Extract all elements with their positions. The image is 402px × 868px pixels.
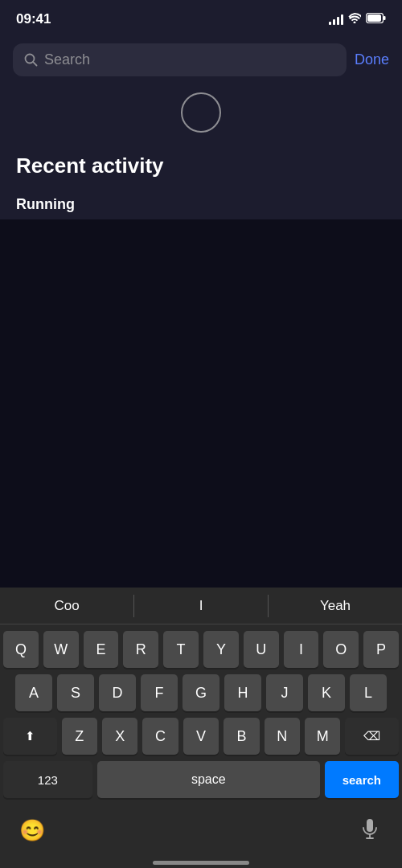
key-o[interactable]: O	[323, 631, 359, 668]
keyboard-keys: Q W E R T Y U I O P A S D F G H J K	[0, 624, 402, 808]
status-icons	[329, 13, 386, 26]
space-key[interactable]: space	[97, 761, 320, 798]
signal-icon	[329, 14, 343, 25]
key-t[interactable]: T	[163, 631, 199, 668]
key-row-bottom: 123 space search	[3, 761, 399, 798]
wifi-icon	[348, 13, 361, 26]
svg-rect-5	[367, 819, 373, 832]
predictive-text-bar: Coo I Yeah	[0, 588, 402, 624]
delete-key[interactable]: ⌫	[345, 718, 399, 755]
key-z[interactable]: Z	[62, 718, 97, 755]
key-i[interactable]: I	[284, 631, 319, 668]
key-c[interactable]: C	[142, 718, 178, 755]
key-p[interactable]: P	[363, 631, 399, 668]
key-g[interactable]: G	[183, 674, 219, 711]
recent-item-running: Running	[16, 190, 386, 219]
predictive-word-2[interactable]: I	[134, 598, 268, 614]
key-s[interactable]: S	[57, 674, 94, 711]
done-button[interactable]: Done	[355, 51, 389, 68]
keyboard-bottom-bar: 😊	[0, 808, 402, 856]
shift-key[interactable]: ⬆	[3, 718, 57, 755]
battery-icon	[366, 13, 386, 26]
key-row-3: ⬆ Z X C V B N M ⌫	[3, 718, 399, 755]
home-indicator	[0, 856, 402, 868]
search-header: Search Done	[0, 35, 402, 84]
home-bar	[153, 861, 249, 865]
search-bar[interactable]: Search	[13, 43, 347, 76]
key-b[interactable]: B	[224, 718, 259, 755]
svg-rect-2	[384, 16, 386, 20]
key-e[interactable]: E	[84, 631, 119, 668]
key-row-2: A S D F G H J K L	[3, 674, 399, 711]
recent-activity-section: Recent activity Running	[0, 84, 402, 219]
svg-line-4	[33, 62, 36, 65]
key-v[interactable]: V	[183, 718, 219, 755]
key-d[interactable]: D	[99, 674, 136, 711]
key-k[interactable]: K	[308, 674, 345, 711]
search-placeholder: Search	[44, 51, 90, 68]
numbers-key[interactable]: 123	[3, 761, 92, 798]
predictive-word-1[interactable]: Coo	[0, 598, 133, 614]
key-u[interactable]: U	[244, 631, 279, 668]
search-key[interactable]: search	[325, 761, 399, 798]
key-y[interactable]: Y	[203, 631, 239, 668]
keyboard: Coo I Yeah Q W E R T Y U I O P A	[0, 588, 402, 868]
key-x[interactable]: X	[102, 718, 137, 755]
key-h[interactable]: H	[224, 674, 261, 711]
mic-button[interactable]	[354, 814, 386, 846]
key-f[interactable]: F	[141, 674, 178, 711]
avatar-circle	[181, 92, 221, 133]
status-time: 09:41	[16, 11, 51, 27]
emoji-button[interactable]: 😊	[16, 814, 48, 846]
recent-activity-title: Recent activity	[16, 154, 386, 178]
emoji-icon: 😊	[19, 818, 45, 843]
microphone-icon	[361, 819, 379, 841]
search-icon	[24, 53, 38, 67]
key-row-1: Q W E R T Y U I O P	[3, 631, 399, 668]
key-n[interactable]: N	[265, 718, 300, 755]
key-q[interactable]: Q	[3, 631, 39, 668]
predictive-word-3[interactable]: Yeah	[269, 598, 402, 614]
key-m[interactable]: M	[305, 718, 340, 755]
key-a[interactable]: A	[15, 674, 52, 711]
status-bar: 09:41	[0, 0, 402, 35]
key-w[interactable]: W	[43, 631, 79, 668]
key-l[interactable]: L	[350, 674, 387, 711]
svg-rect-1	[367, 14, 381, 22]
key-r[interactable]: R	[123, 631, 158, 668]
key-j[interactable]: J	[266, 674, 303, 711]
